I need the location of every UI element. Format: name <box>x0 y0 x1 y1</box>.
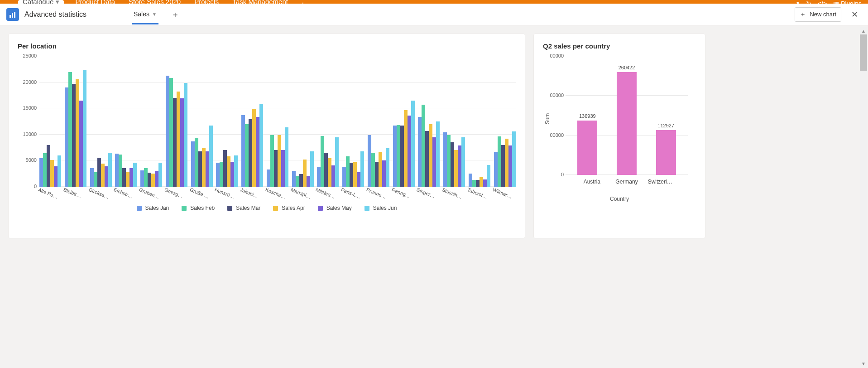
bar <box>418 117 422 187</box>
bar <box>505 139 508 187</box>
scroll-down-icon[interactable]: ▼ <box>860 360 867 367</box>
bar <box>494 152 498 187</box>
workspace-tab[interactable]: Catalogue ▾ <box>18 0 64 4</box>
bar <box>350 163 353 187</box>
bar <box>101 164 105 187</box>
y-tick-label: 0 <box>19 184 37 189</box>
legend-item[interactable]: Sales Jun <box>364 205 397 211</box>
bar <box>195 138 198 187</box>
bar-value-label: 136939 <box>579 113 596 119</box>
scroll-up-icon[interactable]: ▲ <box>860 27 867 34</box>
bar <box>353 162 357 187</box>
bar <box>158 163 162 187</box>
refresh-icon[interactable]: ↻ <box>806 0 811 4</box>
bar <box>58 155 61 187</box>
legend-swatch <box>364 206 369 211</box>
bar <box>115 154 119 187</box>
legend-swatch <box>318 206 323 211</box>
y-tick-label: 15000 <box>19 105 37 111</box>
bar <box>252 109 256 187</box>
bar <box>122 168 126 187</box>
legend-item[interactable]: Sales Feb <box>182 205 215 211</box>
bar <box>90 168 94 187</box>
bar <box>483 179 487 187</box>
legend-item[interactable]: Sales Apr <box>273 205 305 211</box>
bar-group <box>115 154 137 187</box>
bar <box>454 150 458 187</box>
y-tick-label: 00000 <box>546 132 564 138</box>
bar-group <box>368 135 389 187</box>
bar <box>360 151 364 187</box>
workspace-tab[interactable]: Projects <box>192 0 221 4</box>
bar <box>180 98 184 187</box>
bar <box>617 72 637 175</box>
x-tick-label: Prannerstr… <box>365 187 388 200</box>
legend-swatch <box>182 206 187 211</box>
bar-group <box>342 151 364 187</box>
workspace-tab-strip: Catalogue ▾Product DataStore Sales 2020P… <box>0 0 868 4</box>
plugins-label: Plugins <box>841 0 862 4</box>
stats-icon <box>6 8 19 21</box>
scrollbar-thumb[interactable] <box>860 34 867 71</box>
x-tick-label: Griesgasse… <box>163 187 186 200</box>
plus-icon: ＋ <box>800 10 806 19</box>
bar <box>216 163 220 187</box>
x-tick-label: Alte Posts… <box>38 187 60 200</box>
bar-group <box>216 150 238 187</box>
bar <box>140 170 144 187</box>
tab-sales[interactable]: Sales ▼ <box>132 10 158 24</box>
q2-country-chart: Sum 0000000000000000 136939260422112927 <box>566 56 696 175</box>
legend-item[interactable]: Sales Jan <box>137 205 169 211</box>
bar <box>198 151 202 187</box>
legend-item[interactable]: Sales Mar <box>227 205 260 211</box>
bar-group <box>65 70 86 187</box>
add-tab-button[interactable]: ＋ <box>171 10 179 19</box>
bar <box>461 137 465 187</box>
share-icon[interactable]: ↗ <box>794 0 800 4</box>
bar <box>169 78 173 187</box>
bar-group <box>90 153 112 187</box>
x-tick-label: Singerstra… <box>416 187 438 200</box>
legend-item[interactable]: Sales May <box>318 205 352 211</box>
bar <box>382 160 386 187</box>
bar <box>432 137 436 187</box>
close-button[interactable]: ✕ <box>849 10 861 19</box>
bar <box>299 174 303 187</box>
page-header: Advanced statistics Sales ▼ ＋ ＋ New char… <box>0 4 868 25</box>
bar <box>285 127 288 187</box>
bar <box>105 166 108 187</box>
legend-label: Sales Apr <box>282 205 305 211</box>
view-tabs: Sales ▼ ＋ <box>132 4 179 24</box>
bar <box>151 174 155 187</box>
bar <box>230 162 234 187</box>
bar <box>39 158 43 187</box>
workspace-tab[interactable]: Store Sales 2020 <box>127 0 182 4</box>
add-workspace-tab[interactable]: + <box>300 0 306 4</box>
bar <box>425 131 429 187</box>
workspace-tab[interactable]: Product Data <box>74 0 117 4</box>
svg-rect-2 <box>14 12 15 18</box>
code-icon[interactable]: </> <box>818 0 827 4</box>
bar <box>43 153 47 187</box>
bar <box>155 171 158 187</box>
bar <box>202 148 206 187</box>
bar <box>270 135 274 187</box>
vertical-scrollbar[interactable]: ▲ ▼ <box>860 27 867 367</box>
bar <box>469 174 472 187</box>
new-chart-button[interactable]: ＋ New chart <box>795 7 841 22</box>
legend-swatch <box>137 206 142 211</box>
bar <box>177 92 180 187</box>
legend-label: Sales Jan <box>145 205 169 211</box>
x-tick-label: Eichstraße… <box>113 187 135 200</box>
bar <box>375 162 379 187</box>
x-tick-label: Große Thea… <box>189 187 211 200</box>
new-chart-label: New chart <box>810 11 836 18</box>
bar <box>487 165 490 187</box>
bar <box>245 124 249 187</box>
workspace-tab[interactable]: Task Management <box>230 0 290 4</box>
plugins-button[interactable]: ▦ Plugins <box>833 0 862 4</box>
bar <box>335 137 339 187</box>
bar-group <box>39 145 61 187</box>
bar <box>108 153 112 187</box>
card-title: Per location <box>18 42 516 50</box>
